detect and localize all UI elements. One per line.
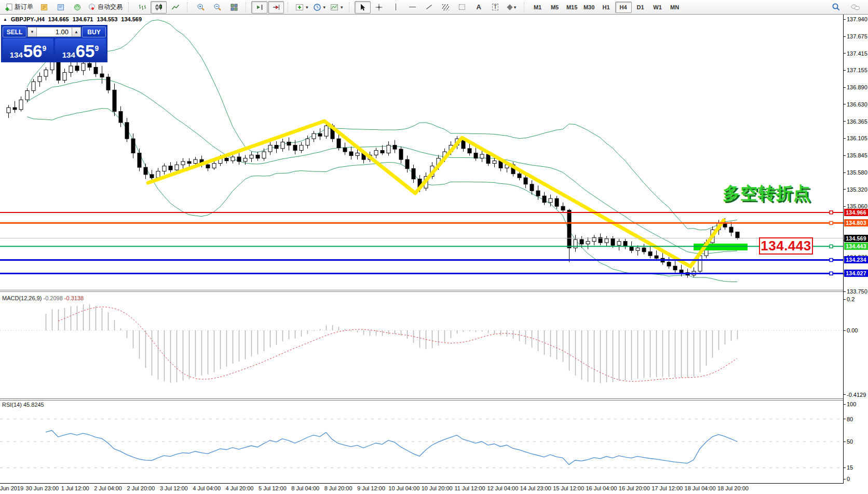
text-button[interactable]: A xyxy=(471,1,487,14)
horizontal-line-button[interactable] xyxy=(404,1,421,14)
auto-scroll-button[interactable] xyxy=(268,1,284,14)
timeframe-m30-button[interactable]: M30 xyxy=(581,2,598,13)
volume-decrease-button[interactable]: ▼ xyxy=(28,27,37,37)
candle-body xyxy=(82,63,85,71)
price-tick-label: 137.940 xyxy=(847,16,867,22)
candle-body xyxy=(293,145,297,151)
price-axis[interactable]: 137.940137.675137.415137.155136.890136.6… xyxy=(843,15,868,484)
candle-body xyxy=(636,248,640,250)
timeframe-h4-button[interactable]: H4 xyxy=(615,2,632,13)
candle-body xyxy=(374,151,378,155)
templates-button[interactable]: ▾ xyxy=(328,1,345,14)
candle-body xyxy=(337,139,341,148)
level-marker xyxy=(830,211,833,214)
price-tick-label: 135.580 xyxy=(847,169,867,176)
zoom-in-button[interactable] xyxy=(193,1,209,14)
candle-body xyxy=(162,166,166,171)
chart-canvas[interactable] xyxy=(0,15,843,494)
candle-body xyxy=(287,142,291,145)
candle-body xyxy=(306,139,309,145)
terminal-icon xyxy=(73,3,82,11)
auto-trading-button[interactable]: 自动交易 xyxy=(86,1,125,14)
level-marker xyxy=(830,221,833,224)
cursor-button[interactable] xyxy=(355,1,371,14)
volume-input[interactable]: 1.00 xyxy=(37,27,72,37)
text-label-button[interactable]: T xyxy=(487,1,504,14)
navigator-button[interactable] xyxy=(52,1,69,14)
zoom-out-button[interactable] xyxy=(209,1,225,14)
market-watch-button[interactable] xyxy=(36,1,52,14)
channel-grid-icon xyxy=(459,4,465,10)
time-tick-label: 11 Jul 12:00 xyxy=(454,485,485,491)
time-axis[interactable]: 8 Jun 201930 Jun 23:001 Jul 12:002 Jul 0… xyxy=(0,484,843,494)
candle-body xyxy=(262,152,266,158)
price-callout-label[interactable]: 134.443 xyxy=(759,237,813,255)
sell-button[interactable]: SELL xyxy=(3,26,26,37)
toolbar-separator xyxy=(128,2,132,12)
new-order-button[interactable]: 新订单 xyxy=(3,1,35,14)
buy-price-button[interactable]: 134659 xyxy=(55,38,106,61)
candle-body xyxy=(530,184,534,191)
volume-increase-button[interactable]: ▲ xyxy=(72,27,81,37)
candle-body xyxy=(729,227,733,232)
candle-body xyxy=(486,154,490,164)
volume-stepper: ▼ 1.00 ▲ xyxy=(28,27,81,37)
timeframe-m1-button[interactable]: M1 xyxy=(530,2,546,13)
chart-shift-button[interactable] xyxy=(251,1,267,14)
shapes-button[interactable]: ▾ xyxy=(504,1,520,14)
tick-mark xyxy=(844,121,846,122)
tick-mark xyxy=(844,419,846,419)
navigator-icon xyxy=(57,3,65,11)
periods-button[interactable]: ▾ xyxy=(311,1,328,14)
tick-mark xyxy=(844,442,846,442)
terminal-button[interactable] xyxy=(69,1,85,14)
line-chart-button[interactable] xyxy=(167,1,183,14)
level-marker xyxy=(830,272,833,275)
yellow-zigzag-annotation[interactable] xyxy=(148,121,724,266)
channel-grid-button[interactable] xyxy=(454,1,470,14)
candle-body xyxy=(38,76,42,82)
timeframe-m15-button[interactable]: M15 xyxy=(564,2,580,13)
templates-icon xyxy=(330,3,338,11)
candle-body xyxy=(169,166,172,170)
buy-button[interactable]: BUY xyxy=(82,26,106,37)
trendline-button[interactable] xyxy=(421,1,437,14)
timeframe-h1-button[interactable]: H1 xyxy=(598,2,615,13)
vertical-line-button[interactable] xyxy=(388,1,404,14)
candle-body xyxy=(181,162,185,165)
time-tick-label: 4 Jul 20:00 xyxy=(226,485,254,491)
toolbar-separator xyxy=(246,2,249,12)
price-tick-label: 136.105 xyxy=(847,135,867,141)
timeframe-mn-button[interactable]: MN xyxy=(667,2,683,13)
tick-mark xyxy=(844,291,846,292)
indicators-button[interactable]: ▾ xyxy=(293,1,310,14)
timeframe-w1-button[interactable]: W1 xyxy=(649,2,666,13)
candle-body xyxy=(25,91,29,100)
turning-point-annotation[interactable]: 多空转折点 xyxy=(723,182,811,205)
candle-body xyxy=(356,153,359,156)
tick-mark xyxy=(844,206,846,207)
crosshair-button[interactable] xyxy=(371,1,387,14)
chat-button[interactable] xyxy=(847,1,863,14)
time-tick-label: 10 Jul 20:00 xyxy=(422,485,453,491)
search-button[interactable] xyxy=(828,1,844,14)
tile-windows-button[interactable] xyxy=(226,1,242,14)
timeframe-m5-button[interactable]: M5 xyxy=(547,2,563,13)
tick-mark xyxy=(844,19,846,20)
candle-body xyxy=(549,198,552,203)
candle-body xyxy=(561,206,565,210)
macd-tick-label: -0.4129 xyxy=(847,392,866,398)
pane-splitter[interactable] xyxy=(0,289,843,292)
quote-high: 134.671 xyxy=(73,16,93,22)
sell-price-button[interactable]: 134569 xyxy=(3,38,53,61)
bar-chart-button[interactable] xyxy=(134,1,150,14)
timeframe-d1-button[interactable]: D1 xyxy=(632,2,649,13)
candle-body xyxy=(680,270,683,273)
pane-splitter[interactable] xyxy=(0,397,843,400)
chart-window[interactable]: 137.940137.675137.415137.155136.890136.6… xyxy=(0,15,868,494)
fibonacci-button[interactable] xyxy=(438,1,454,14)
candle-body xyxy=(518,174,521,178)
candlestick-chart-button[interactable] xyxy=(151,1,167,14)
search-icon xyxy=(832,3,840,11)
time-tick-label: 2 Jul 04:00 xyxy=(94,485,122,491)
